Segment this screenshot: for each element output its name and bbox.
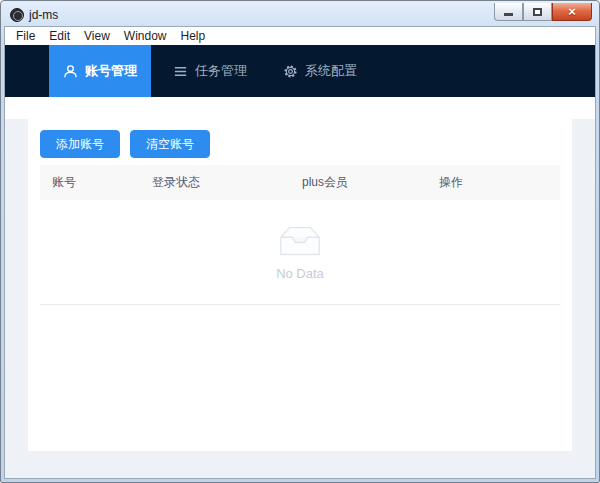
column-header-login-status: 登录状态 [140, 165, 290, 200]
gear-icon [283, 64, 298, 79]
window-title: jd-ms [29, 8, 58, 22]
tab-account-management[interactable]: 账号管理 [49, 45, 151, 97]
toolbar: 添加账号 清空账号 [40, 130, 560, 158]
column-header-plus-member: plus会员 [290, 165, 427, 200]
table-empty-state: No Data [40, 200, 560, 305]
empty-text: No Data [276, 266, 324, 281]
column-header-account: 账号 [40, 165, 140, 200]
nav-bar: 账号管理 任务管理 系统配置 [5, 45, 595, 97]
menu-item-window[interactable]: Window [117, 27, 174, 45]
minimize-button[interactable] [494, 3, 523, 21]
table-header-row: 账号 登录状态 plus会员 操作 [40, 165, 560, 200]
window-controls: × [494, 3, 592, 21]
maximize-icon [533, 8, 542, 16]
maximize-button[interactable] [523, 3, 552, 21]
account-panel: 添加账号 清空账号 账号 登录状态 plus会员 操作 [28, 119, 572, 451]
main-content: 添加账号 清空账号 账号 登录状态 plus会员 操作 [5, 119, 595, 479]
clear-account-button[interactable]: 清空账号 [130, 130, 210, 158]
menu-item-edit[interactable]: Edit [42, 27, 77, 45]
tab-label: 系统配置 [305, 62, 357, 80]
tab-label: 任务管理 [195, 62, 247, 80]
empty-box-icon [277, 224, 323, 260]
account-table: 账号 登录状态 plus会员 操作 No Data [40, 165, 560, 305]
client-area: File Edit View Window Help 账号管理 任务管理 [4, 26, 596, 479]
minimize-icon [504, 13, 513, 16]
add-account-button[interactable]: 添加账号 [40, 130, 120, 158]
title-bar[interactable]: jd-ms × [4, 4, 596, 26]
menu-bar: File Edit View Window Help [5, 27, 595, 45]
tab-task-management[interactable]: 任务管理 [159, 45, 261, 97]
list-icon [173, 64, 188, 79]
app-icon [10, 8, 24, 22]
user-icon [63, 64, 78, 79]
column-header-actions: 操作 [427, 165, 560, 200]
menu-item-help[interactable]: Help [174, 27, 213, 45]
tab-system-config[interactable]: 系统配置 [269, 45, 371, 97]
menu-item-view[interactable]: View [77, 27, 117, 45]
close-icon: × [568, 5, 576, 18]
window-frame: jd-ms × File Edit View Window Help [0, 0, 600, 483]
menu-item-file[interactable]: File [9, 27, 42, 45]
tab-label: 账号管理 [85, 62, 137, 80]
close-button[interactable]: × [552, 3, 592, 21]
